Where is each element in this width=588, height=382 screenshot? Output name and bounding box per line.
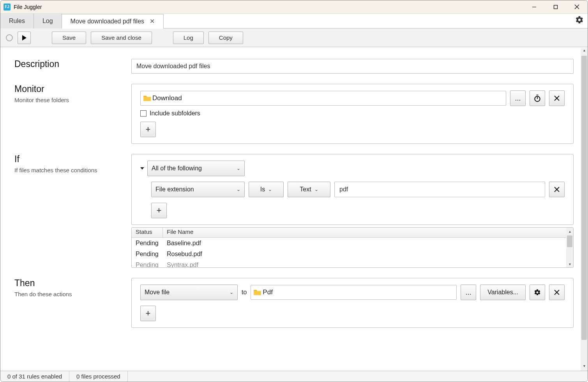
- condition-group-mode-label: All of the following: [152, 165, 202, 172]
- play-icon: [22, 35, 26, 41]
- chevron-down-icon: ⌄: [268, 187, 272, 192]
- condition-value-input[interactable]: [334, 182, 545, 197]
- monitor-folder-field[interactable]: Download: [140, 91, 506, 106]
- row-filename: Baseline.pdf: [163, 240, 573, 247]
- action-settings-button[interactable]: [530, 285, 545, 300]
- row-filename: Rosebud.pdf: [163, 251, 573, 258]
- log-button[interactable]: Log: [173, 32, 204, 44]
- then-heading: Then: [14, 278, 131, 288]
- file-table-header: Status File Name: [132, 228, 573, 238]
- folder-icon: [143, 95, 152, 102]
- condition-type-label: Text: [300, 186, 311, 193]
- scroll-thumb[interactable]: [567, 235, 572, 247]
- if-heading: If: [14, 154, 131, 164]
- table-row[interactable]: Pending Rosebud.pdf: [132, 249, 573, 260]
- scroll-down-icon[interactable]: ▾: [581, 364, 588, 371]
- condition-field-combo[interactable]: File extension ⌄: [151, 182, 245, 197]
- condition-operator-combo[interactable]: Is ⌄: [249, 182, 284, 197]
- window-title: File Juggler: [14, 4, 523, 10]
- monitor-subtitle: Monitor these folders: [14, 97, 131, 103]
- include-subfolders-label: Include subfolders: [150, 110, 200, 117]
- condition-group-mode-combo[interactable]: All of the following ⌄: [147, 161, 245, 176]
- save-button[interactable]: Save: [52, 32, 86, 44]
- tab-rules[interactable]: Rules: [0, 14, 34, 28]
- folder-icon: [253, 289, 262, 296]
- col-filename-header[interactable]: File Name: [163, 228, 573, 237]
- condition-operator-label: Is: [260, 186, 265, 193]
- row-status: Pending: [132, 240, 163, 247]
- statusbar: 0 of 31 rules enabled 0 files processed: [0, 371, 588, 382]
- app-icon: FJ: [4, 4, 11, 11]
- settings-gear-icon[interactable]: [575, 16, 584, 26]
- browse-folder-button[interactable]: ...: [510, 90, 526, 106]
- chevron-down-icon: ⌄: [237, 187, 240, 192]
- col-status-header[interactable]: Status: [132, 228, 163, 237]
- scroll-up-icon[interactable]: ▴: [569, 228, 571, 235]
- description-input[interactable]: [131, 59, 574, 74]
- close-window-button[interactable]: [566, 0, 588, 14]
- svg-rect-4: [537, 95, 539, 96]
- row-status: Pending: [132, 262, 163, 268]
- destination-folder-field[interactable]: Pdf: [251, 285, 457, 300]
- remove-condition-button[interactable]: [549, 182, 565, 197]
- record-indicator[interactable]: [6, 34, 13, 41]
- tab-active-rule[interactable]: Move downloaded pdf files ✕: [62, 14, 164, 29]
- chevron-down-icon: ⌄: [314, 187, 318, 192]
- status-rules-enabled: 0 of 31 rules enabled: [0, 371, 69, 382]
- window-controls: [523, 0, 588, 14]
- main-content: Description Monitor Monitor these folder…: [0, 47, 588, 371]
- then-subtitle: Then do these actions: [14, 291, 131, 297]
- chevron-down-icon: ⌄: [230, 290, 233, 295]
- monitor-timer-button[interactable]: [530, 90, 545, 106]
- tabs-row: Rules Log Move downloaded pdf files ✕: [0, 14, 588, 28]
- include-subfolders-checkbox[interactable]: [140, 110, 147, 117]
- monitor-section: Monitor Monitor these folders Download .…: [14, 84, 574, 144]
- table-row[interactable]: Pending Baseline.pdf: [132, 238, 573, 249]
- scroll-down-icon[interactable]: ▾: [569, 260, 571, 267]
- condition-type-combo[interactable]: Text ⌄: [288, 182, 330, 197]
- description-section: Description: [14, 59, 574, 74]
- monitor-folder-name: Download: [152, 94, 182, 102]
- monitor-heading: Monitor: [14, 84, 131, 94]
- main-scrollbar[interactable]: ▴ ▾: [581, 48, 588, 371]
- tab-log[interactable]: Log: [34, 14, 62, 28]
- play-button[interactable]: [18, 32, 31, 44]
- status-files-processed: 0 files processed: [69, 371, 128, 382]
- condition-field-label: File extension: [155, 186, 194, 193]
- tab-active-label: Move downloaded pdf files: [71, 18, 144, 25]
- variables-button[interactable]: Variables...: [480, 285, 526, 300]
- file-preview-table: Status File Name Pending Baseline.pdf Pe…: [131, 227, 574, 268]
- include-subfolders-row[interactable]: Include subfolders: [140, 110, 565, 117]
- collapse-toggle-icon[interactable]: [140, 167, 144, 170]
- description-heading: Description: [14, 59, 131, 69]
- svg-rect-1: [554, 5, 557, 9]
- action-combo[interactable]: Move file ⌄: [140, 285, 238, 300]
- if-section: If If files matches these conditions All…: [14, 154, 574, 268]
- if-subtitle: If files matches these conditions: [14, 167, 131, 173]
- then-section: Then Then do these actions Move file ⌄ t…: [14, 278, 574, 328]
- save-and-close-button[interactable]: Save and close: [91, 32, 152, 44]
- maximize-button[interactable]: [545, 0, 566, 14]
- minimize-button[interactable]: [523, 0, 545, 14]
- close-tab-icon[interactable]: ✕: [150, 18, 155, 25]
- copy-button[interactable]: Copy: [208, 32, 243, 44]
- to-label: to: [242, 289, 247, 296]
- add-monitor-button[interactable]: +: [140, 122, 156, 137]
- chevron-down-icon: ⌄: [237, 166, 240, 171]
- scroll-up-icon[interactable]: ▴: [581, 48, 588, 55]
- row-status: Pending: [132, 251, 163, 258]
- remove-action-button[interactable]: [549, 285, 565, 300]
- scroll-thumb[interactable]: [581, 56, 587, 340]
- add-action-button[interactable]: +: [140, 306, 156, 321]
- row-filename: Syntrax.pdf: [163, 262, 573, 268]
- browse-destination-button[interactable]: ...: [461, 285, 476, 300]
- toolbar: Save Save and close Log Copy: [0, 28, 588, 47]
- action-label: Move file: [145, 289, 170, 296]
- remove-monitor-button[interactable]: [549, 90, 565, 106]
- add-condition-button[interactable]: +: [151, 203, 167, 218]
- titlebar: FJ File Juggler: [0, 0, 588, 14]
- table-row[interactable]: Pending Syntrax.pdf: [132, 260, 573, 268]
- table-scrollbar[interactable]: ▴ ▾: [566, 228, 573, 267]
- destination-folder-name: Pdf: [263, 288, 273, 296]
